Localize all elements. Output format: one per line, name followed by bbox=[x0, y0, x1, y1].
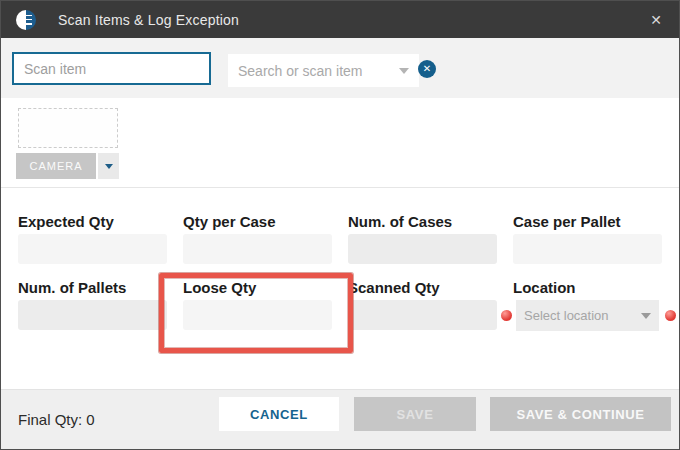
location-chevron-icon[interactable] bbox=[641, 313, 651, 319]
field-label: Num. of Pallets bbox=[18, 278, 167, 298]
cancel-button[interactable]: CANCEL bbox=[219, 397, 339, 431]
title-bar: Scan Items & Log Exception ✕ bbox=[1, 1, 679, 38]
camera-button[interactable]: CAMERA bbox=[16, 153, 96, 179]
field-num-of-cases: Num. of Cases bbox=[348, 212, 497, 264]
final-qty-label: Final Qty: bbox=[18, 411, 82, 428]
app-logo-icon bbox=[16, 10, 36, 30]
field-loose-qty: Loose Qty bbox=[183, 278, 332, 331]
item-image-placeholder bbox=[18, 108, 118, 148]
field-location: Location Select location bbox=[513, 278, 662, 331]
loose-qty-input[interactable] bbox=[183, 300, 332, 330]
close-icon[interactable]: ✕ bbox=[633, 1, 679, 38]
field-qty-per-case: Qty per Case bbox=[183, 212, 332, 264]
field-label: Location bbox=[513, 278, 662, 298]
footer-bar: Final Qty: 0 CANCEL SAVE SAVE & CONTINUE bbox=[1, 389, 679, 449]
field-label: Qty per Case bbox=[183, 212, 332, 232]
field-label: Case per Pallet bbox=[513, 212, 662, 232]
case-per-pallet-input[interactable] bbox=[513, 234, 662, 264]
scan-item-input[interactable] bbox=[12, 52, 211, 85]
location-placeholder: Select location bbox=[524, 308, 641, 323]
final-qty-text: Final Qty: 0 bbox=[18, 411, 95, 428]
qty-per-case-input[interactable] bbox=[183, 234, 332, 264]
camera-section: CAMERA bbox=[1, 98, 679, 188]
expected-qty-input[interactable] bbox=[18, 234, 167, 264]
required-dot-icon bbox=[665, 310, 676, 321]
field-label: Loose Qty bbox=[183, 278, 332, 298]
location-select[interactable]: Select location bbox=[516, 300, 659, 331]
camera-dropdown-button[interactable] bbox=[98, 153, 119, 179]
item-search-combo[interactable]: Search or scan item bbox=[228, 54, 419, 87]
field-case-per-pallet: Case per Pallet bbox=[513, 212, 662, 264]
num-of-cases-input[interactable] bbox=[348, 234, 497, 264]
required-dot-icon bbox=[501, 310, 512, 321]
field-scanned-qty: Scanned Qty bbox=[348, 278, 497, 331]
field-label: Expected Qty bbox=[18, 212, 167, 232]
save-and-continue-button[interactable]: SAVE & CONTINUE bbox=[490, 397, 671, 431]
logo-stripes bbox=[21, 15, 32, 25]
field-expected-qty: Expected Qty bbox=[18, 212, 167, 264]
search-strip: Search or scan item ✕ bbox=[1, 38, 679, 98]
clear-icon[interactable]: ✕ bbox=[418, 60, 436, 78]
quantities-form: Expected Qty Qty per Case Num. of Cases … bbox=[1, 187, 679, 391]
scanned-qty-input[interactable] bbox=[348, 300, 497, 330]
dialog-title: Scan Items & Log Exception bbox=[58, 12, 239, 28]
scan-items-dialog: Scan Items & Log Exception ✕ Search or s… bbox=[0, 0, 680, 450]
field-label: Scanned Qty bbox=[348, 278, 497, 298]
item-search-placeholder: Search or scan item bbox=[238, 63, 399, 79]
save-button[interactable]: SAVE bbox=[354, 397, 476, 431]
field-num-of-pallets: Num. of Pallets bbox=[18, 278, 167, 331]
field-label: Num. of Cases bbox=[348, 212, 497, 232]
num-of-pallets-input[interactable] bbox=[18, 300, 167, 330]
camera-chevron-icon bbox=[105, 164, 113, 169]
final-qty-value: 0 bbox=[86, 411, 94, 428]
chevron-down-icon[interactable] bbox=[399, 68, 409, 74]
